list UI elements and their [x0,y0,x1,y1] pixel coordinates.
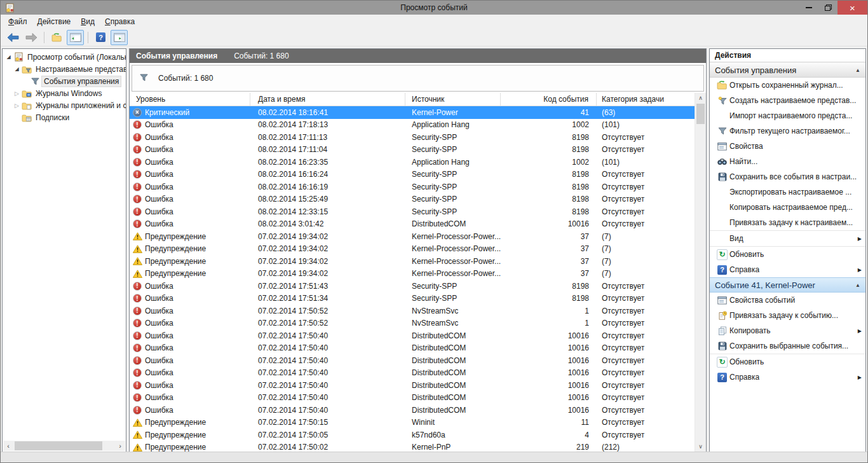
tree-item-app-logs[interactable]: ▷Журналы приложений и сл [3,99,126,111]
cell-source: Kernel-Processor-Power... [405,232,501,241]
level-text: Ошибка [145,282,173,291]
table-row[interactable]: !Ошибка07.02.2014 17:50:40DistributedCOM… [130,404,695,417]
action-item-import-view[interactable]: Импорт настраиваемого предста... [710,108,865,123]
error-icon: ! [133,183,142,191]
column-header-source[interactable]: Источник [405,93,501,106]
action-item-filter-view[interactable]: Фильтр текущего настраиваемог... [710,123,865,139]
tree-item-subscriptions[interactable]: Подписки [3,111,126,123]
action-item-icon: ? [715,265,729,275]
action-item-attach-task-event[interactable]: Привязать задачу к событию... [710,308,865,323]
tree-item-admin-events[interactable]: События управления [3,75,126,87]
action-item-find[interactable]: Найти... [710,154,865,169]
table-row[interactable]: !Ошибка08.02.2014 15:25:49Security-SPP81… [130,193,695,206]
tree-item-custom-views[interactable]: ◢Настраиваемые представле [3,63,126,75]
menu-action[interactable]: Действие [32,15,76,28]
collapsed-arrow-icon[interactable]: ▷ [13,102,21,109]
table-row[interactable]: !Ошибка08.02.2014 16:16:19Security-SPP81… [130,181,695,193]
menu-file[interactable]: Файл [3,15,32,28]
cell-event-code: 10016 [501,393,597,402]
expanded-arrow-icon[interactable]: ◢ [13,66,21,72]
help-button[interactable]: ? [92,30,109,45]
expanded-arrow-icon[interactable]: ◢ [4,54,13,60]
cell-source: DistributedCOM [405,331,501,340]
table-row[interactable]: !Ошибка07.02.2014 17:50:40DistributedCOM… [130,329,695,342]
action-item-save-all[interactable]: Сохранить все события в настраи... [710,169,865,184]
column-header-level[interactable]: Уровень [130,93,250,106]
action-item-refresh2[interactable]: ↻Обновить [710,354,865,370]
vertical-scrollbar[interactable]: ∧ ∨ [695,93,706,452]
action-item-copy-view[interactable]: Копировать настраиваемое пред... [710,200,865,215]
table-row[interactable]: !Ошибка07.02.2014 17:50:40DistributedCOM… [130,379,695,392]
table-row[interactable]: ×Критический08.02.2014 18:16:41Kernel-Po… [130,106,695,119]
table-row[interactable]: !Ошибка07.02.2014 17:50:52NvStreamSvc1От… [130,305,695,317]
table-row[interactable]: !Ошибка07.02.2014 17:50:40DistributedCOM… [130,342,695,355]
tree-item-windows-logs[interactable]: ▷Журналы Windows [3,87,126,99]
table-row[interactable]: !Ошибка08.02.2014 16:16:24Security-SPP81… [130,169,695,181]
title-bar[interactable]: Просмотр событий × [1,1,867,15]
column-header-datetime[interactable]: Дата и время [250,93,405,106]
warning-icon [133,270,142,278]
minimize-button[interactable] [799,1,818,15]
action-item-event-properties[interactable]: Свойства событий [710,293,865,308]
table-row[interactable]: !Ошибка08.02.2014 12:33:15Security-SPP81… [130,205,695,218]
forward-button[interactable] [23,30,40,45]
back-button[interactable] [4,30,22,45]
tree-item-root[interactable]: ◢Просмотр событий (Локальны [3,51,126,63]
collapsed-arrow-icon[interactable]: ▷ [13,90,21,97]
menu-view[interactable]: Вид [76,15,100,28]
column-header-event-code[interactable]: Код события [501,93,597,106]
table-row[interactable]: Предупреждение07.02.2014 17:50:05k57nd60… [130,429,695,441]
action-item-refresh[interactable]: ↻Обновить [710,246,865,262]
action-item-open-saved-log[interactable]: Открыть сохраненный журнал... [710,78,865,93]
table-row[interactable]: !Ошибка08.02.2014 17:18:13Application Ha… [130,119,695,132]
warning-icon [133,443,142,452]
scroll-right-icon[interactable]: › [115,442,125,450]
tree-horizontal-scrollbar[interactable]: ‹ › [3,441,125,451]
table-row[interactable]: !Ошибка07.02.2014 17:51:34Security-SPP81… [130,293,695,305]
close-button[interactable]: × [837,1,867,15]
actions-section-header-admin-events-actions[interactable]: События управления▲ [710,62,865,78]
table-row[interactable]: Предупреждение07.02.2014 19:34:02Kernel-… [130,255,695,268]
action-item-help[interactable]: ?Справка▶ [710,262,865,277]
collapse-arrow-icon[interactable]: ▲ [855,282,860,288]
action-item-create-view[interactable]: Создать настраиваемое представ... [710,93,865,108]
action-item-export-view[interactable]: Экспортировать настраиваемое ... [710,184,865,200]
scroll-up-icon[interactable]: ∧ [695,93,706,103]
table-row[interactable]: Предупреждение07.02.2014 17:50:02Kernel-… [130,441,695,452]
column-header-task-category[interactable]: Категория задачи [597,93,695,106]
action-item-view[interactable]: Вид▶ [710,230,865,246]
cell-source: DistributedCOM [405,393,501,402]
scroll-thumb[interactable] [696,104,705,124]
console-tree-button[interactable] [67,30,84,45]
scroll-down-icon[interactable]: ∨ [695,441,706,452]
cell-event-code: 4 [501,431,597,439]
table-row[interactable]: !Ошибка07.02.2014 17:50:40DistributedCOM… [130,367,695,380]
tree-scroll-track[interactable] [13,441,115,451]
table-row[interactable]: !Ошибка08.02.2014 3:01:42DistributedCOM1… [130,218,695,231]
restore-button[interactable] [818,1,837,15]
table-row[interactable]: !Ошибка07.02.2014 17:50:40DistributedCOM… [130,354,695,367]
table-row[interactable]: !Ошибка07.02.2014 17:50:52NvStreamSvc1От… [130,317,695,330]
menu-help[interactable]: Справка [100,15,140,28]
table-row[interactable]: !Ошибка07.02.2014 17:50:40DistributedCOM… [130,392,695,404]
actions-section-header-event-41-actions[interactable]: Событие 41, Kernel-Power▲ [710,277,865,293]
tree-scroll-thumb[interactable] [15,441,102,450]
action-item-attach-task-view[interactable]: Привязать задачу к настраиваем... [710,215,865,230]
table-row[interactable]: !Ошибка08.02.2014 17:11:13Security-SPP81… [130,131,695,144]
collapse-arrow-icon[interactable]: ▲ [855,67,860,73]
action-pane-button[interactable] [111,30,128,45]
table-row[interactable]: Предупреждение07.02.2014 19:34:02Kernel-… [130,243,695,256]
table-row[interactable]: Предупреждение07.02.2014 17:50:15Wininit… [130,417,695,429]
scroll-track[interactable] [695,124,706,441]
scroll-left-icon[interactable]: ‹ [3,442,13,450]
table-row[interactable]: Предупреждение07.02.2014 19:34:02Kernel-… [130,230,695,243]
action-item-help2[interactable]: ?Справка▶ [710,370,865,385]
action-item-copy[interactable]: Копировать▶ [710,323,865,338]
table-row[interactable]: !Ошибка07.02.2014 17:51:43Security-SPP81… [130,280,695,293]
action-item-save-selected[interactable]: Сохранить выбранные события... [710,338,865,354]
table-row[interactable]: Предупреждение07.02.2014 19:34:02Kernel-… [130,268,695,280]
table-row[interactable]: !Ошибка08.02.2014 17:11:04Security-SPP81… [130,144,695,156]
table-row[interactable]: !Ошибка08.02.2014 16:23:35Application Ha… [130,156,695,169]
open-saved-log-button[interactable] [48,30,65,45]
action-item-properties[interactable]: Свойства [710,139,865,154]
